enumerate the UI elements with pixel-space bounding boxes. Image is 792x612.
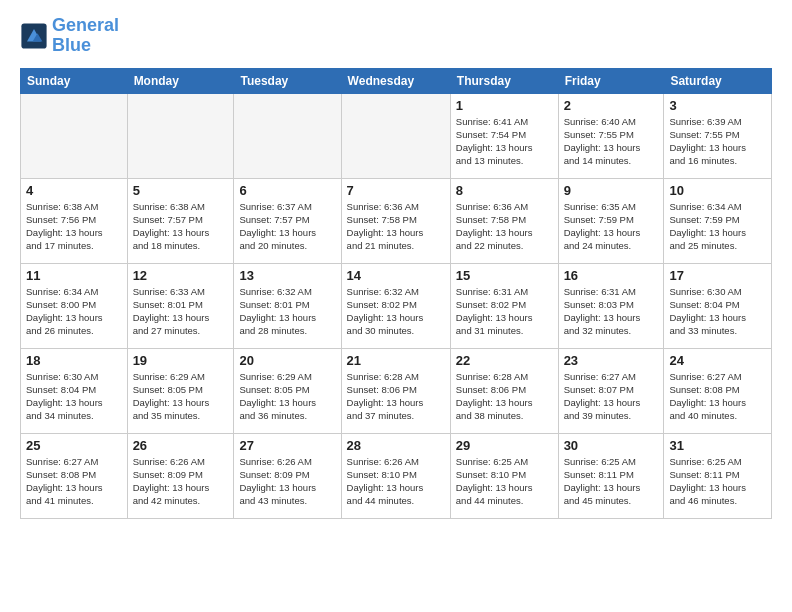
day-info: Sunrise: 6:26 AMSunset: 8:09 PMDaylight:…	[239, 455, 335, 508]
day-number: 6	[239, 183, 335, 198]
logo-text: General Blue	[52, 16, 119, 56]
day-info: Sunrise: 6:32 AMSunset: 8:01 PMDaylight:…	[239, 285, 335, 338]
day-info: Sunrise: 6:32 AMSunset: 8:02 PMDaylight:…	[347, 285, 445, 338]
calendar-cell: 2Sunrise: 6:40 AMSunset: 7:55 PMDaylight…	[558, 93, 664, 178]
day-number: 13	[239, 268, 335, 283]
calendar-cell: 3Sunrise: 6:39 AMSunset: 7:55 PMDaylight…	[664, 93, 772, 178]
day-info: Sunrise: 6:38 AMSunset: 7:57 PMDaylight:…	[133, 200, 229, 253]
day-info: Sunrise: 6:34 AMSunset: 7:59 PMDaylight:…	[669, 200, 766, 253]
calendar-cell: 21Sunrise: 6:28 AMSunset: 8:06 PMDayligh…	[341, 348, 450, 433]
day-info: Sunrise: 6:25 AMSunset: 8:10 PMDaylight:…	[456, 455, 553, 508]
day-number: 19	[133, 353, 229, 368]
calendar-cell: 11Sunrise: 6:34 AMSunset: 8:00 PMDayligh…	[21, 263, 128, 348]
calendar-cell: 22Sunrise: 6:28 AMSunset: 8:06 PMDayligh…	[450, 348, 558, 433]
day-info: Sunrise: 6:35 AMSunset: 7:59 PMDaylight:…	[564, 200, 659, 253]
calendar-cell: 6Sunrise: 6:37 AMSunset: 7:57 PMDaylight…	[234, 178, 341, 263]
calendar-cell: 20Sunrise: 6:29 AMSunset: 8:05 PMDayligh…	[234, 348, 341, 433]
day-number: 23	[564, 353, 659, 368]
day-number: 7	[347, 183, 445, 198]
weekday-header-thursday: Thursday	[450, 68, 558, 93]
weekday-header-monday: Monday	[127, 68, 234, 93]
page: General Blue SundayMondayTuesdayWednesda…	[0, 0, 792, 535]
weekday-header-sunday: Sunday	[21, 68, 128, 93]
day-info: Sunrise: 6:31 AMSunset: 8:02 PMDaylight:…	[456, 285, 553, 338]
weekday-header-wednesday: Wednesday	[341, 68, 450, 93]
calendar-cell	[127, 93, 234, 178]
calendar-cell: 25Sunrise: 6:27 AMSunset: 8:08 PMDayligh…	[21, 433, 128, 518]
day-info: Sunrise: 6:25 AMSunset: 8:11 PMDaylight:…	[669, 455, 766, 508]
day-number: 14	[347, 268, 445, 283]
calendar-cell: 1Sunrise: 6:41 AMSunset: 7:54 PMDaylight…	[450, 93, 558, 178]
day-number: 29	[456, 438, 553, 453]
day-number: 9	[564, 183, 659, 198]
calendar-cell: 15Sunrise: 6:31 AMSunset: 8:02 PMDayligh…	[450, 263, 558, 348]
calendar-cell: 23Sunrise: 6:27 AMSunset: 8:07 PMDayligh…	[558, 348, 664, 433]
day-info: Sunrise: 6:33 AMSunset: 8:01 PMDaylight:…	[133, 285, 229, 338]
calendar-cell	[234, 93, 341, 178]
calendar-cell: 29Sunrise: 6:25 AMSunset: 8:10 PMDayligh…	[450, 433, 558, 518]
day-number: 2	[564, 98, 659, 113]
day-number: 10	[669, 183, 766, 198]
day-number: 15	[456, 268, 553, 283]
day-info: Sunrise: 6:34 AMSunset: 8:00 PMDaylight:…	[26, 285, 122, 338]
day-number: 17	[669, 268, 766, 283]
day-info: Sunrise: 6:36 AMSunset: 7:58 PMDaylight:…	[456, 200, 553, 253]
day-info: Sunrise: 6:37 AMSunset: 7:57 PMDaylight:…	[239, 200, 335, 253]
day-number: 3	[669, 98, 766, 113]
week-row-1: 1Sunrise: 6:41 AMSunset: 7:54 PMDaylight…	[21, 93, 772, 178]
calendar-cell: 12Sunrise: 6:33 AMSunset: 8:01 PMDayligh…	[127, 263, 234, 348]
day-number: 31	[669, 438, 766, 453]
weekday-header-saturday: Saturday	[664, 68, 772, 93]
day-number: 30	[564, 438, 659, 453]
day-number: 1	[456, 98, 553, 113]
calendar-cell: 10Sunrise: 6:34 AMSunset: 7:59 PMDayligh…	[664, 178, 772, 263]
calendar-cell: 19Sunrise: 6:29 AMSunset: 8:05 PMDayligh…	[127, 348, 234, 433]
day-info: Sunrise: 6:27 AMSunset: 8:08 PMDaylight:…	[26, 455, 122, 508]
calendar-cell: 9Sunrise: 6:35 AMSunset: 7:59 PMDaylight…	[558, 178, 664, 263]
day-info: Sunrise: 6:28 AMSunset: 8:06 PMDaylight:…	[456, 370, 553, 423]
day-number: 11	[26, 268, 122, 283]
calendar-table: SundayMondayTuesdayWednesdayThursdayFrid…	[20, 68, 772, 519]
day-number: 4	[26, 183, 122, 198]
calendar-cell: 17Sunrise: 6:30 AMSunset: 8:04 PMDayligh…	[664, 263, 772, 348]
day-number: 21	[347, 353, 445, 368]
day-number: 27	[239, 438, 335, 453]
logo: General Blue	[20, 16, 119, 56]
calendar-cell: 8Sunrise: 6:36 AMSunset: 7:58 PMDaylight…	[450, 178, 558, 263]
day-info: Sunrise: 6:25 AMSunset: 8:11 PMDaylight:…	[564, 455, 659, 508]
week-row-2: 4Sunrise: 6:38 AMSunset: 7:56 PMDaylight…	[21, 178, 772, 263]
calendar-header-row: SundayMondayTuesdayWednesdayThursdayFrid…	[21, 68, 772, 93]
day-info: Sunrise: 6:36 AMSunset: 7:58 PMDaylight:…	[347, 200, 445, 253]
day-number: 8	[456, 183, 553, 198]
day-info: Sunrise: 6:31 AMSunset: 8:03 PMDaylight:…	[564, 285, 659, 338]
day-info: Sunrise: 6:40 AMSunset: 7:55 PMDaylight:…	[564, 115, 659, 168]
calendar-cell: 5Sunrise: 6:38 AMSunset: 7:57 PMDaylight…	[127, 178, 234, 263]
day-info: Sunrise: 6:27 AMSunset: 8:07 PMDaylight:…	[564, 370, 659, 423]
header: General Blue	[20, 16, 772, 56]
day-info: Sunrise: 6:26 AMSunset: 8:09 PMDaylight:…	[133, 455, 229, 508]
calendar-cell: 13Sunrise: 6:32 AMSunset: 8:01 PMDayligh…	[234, 263, 341, 348]
calendar-cell: 4Sunrise: 6:38 AMSunset: 7:56 PMDaylight…	[21, 178, 128, 263]
day-info: Sunrise: 6:29 AMSunset: 8:05 PMDaylight:…	[133, 370, 229, 423]
week-row-3: 11Sunrise: 6:34 AMSunset: 8:00 PMDayligh…	[21, 263, 772, 348]
calendar-cell: 31Sunrise: 6:25 AMSunset: 8:11 PMDayligh…	[664, 433, 772, 518]
week-row-5: 25Sunrise: 6:27 AMSunset: 8:08 PMDayligh…	[21, 433, 772, 518]
logo-blue: Blue	[52, 35, 91, 55]
calendar-cell	[21, 93, 128, 178]
calendar-cell: 27Sunrise: 6:26 AMSunset: 8:09 PMDayligh…	[234, 433, 341, 518]
day-number: 20	[239, 353, 335, 368]
calendar-cell: 30Sunrise: 6:25 AMSunset: 8:11 PMDayligh…	[558, 433, 664, 518]
day-info: Sunrise: 6:30 AMSunset: 8:04 PMDaylight:…	[26, 370, 122, 423]
logo-icon	[20, 22, 48, 50]
day-number: 25	[26, 438, 122, 453]
calendar-cell: 14Sunrise: 6:32 AMSunset: 8:02 PMDayligh…	[341, 263, 450, 348]
calendar-cell: 28Sunrise: 6:26 AMSunset: 8:10 PMDayligh…	[341, 433, 450, 518]
day-number: 5	[133, 183, 229, 198]
day-number: 22	[456, 353, 553, 368]
week-row-4: 18Sunrise: 6:30 AMSunset: 8:04 PMDayligh…	[21, 348, 772, 433]
day-number: 12	[133, 268, 229, 283]
calendar-cell	[341, 93, 450, 178]
day-number: 28	[347, 438, 445, 453]
day-info: Sunrise: 6:39 AMSunset: 7:55 PMDaylight:…	[669, 115, 766, 168]
day-info: Sunrise: 6:27 AMSunset: 8:08 PMDaylight:…	[669, 370, 766, 423]
